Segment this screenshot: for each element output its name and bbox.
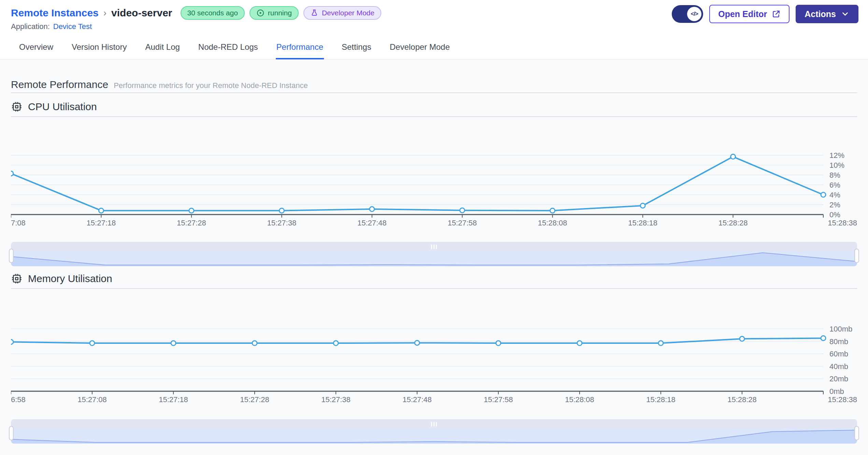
- x-axis: [11, 391, 823, 394]
- memory-brush-left-handle[interactable]: [9, 426, 14, 440]
- memory-chart: 0mb20mb40mb60mb80mb100mb6:5815:27:0815:2…: [11, 313, 857, 408]
- actions-label: Actions: [805, 9, 836, 19]
- svg-text:15:28:08: 15:28:08: [565, 395, 594, 404]
- svg-text:60mb: 60mb: [829, 350, 848, 358]
- tab-performance[interactable]: Performance: [276, 40, 324, 59]
- divider: [11, 288, 857, 289]
- svg-text:8%: 8%: [829, 171, 840, 179]
- svg-text:20mb: 20mb: [829, 375, 848, 383]
- x-axis-labels: 6:5815:27:0815:27:1815:27:2815:27:3815:2…: [11, 395, 857, 404]
- page-subtitle: Performance metrics for your Remote Node…: [114, 81, 308, 90]
- svg-text:15:27:28: 15:27:28: [177, 219, 206, 227]
- instance-performance-page: Remote Instances › video-server 30 secon…: [0, 0, 868, 455]
- application-label: Application:: [11, 22, 50, 31]
- svg-text:2%: 2%: [829, 201, 840, 209]
- tab-version-history[interactable]: Version History: [71, 40, 127, 59]
- cpu-brush-minichart[interactable]: [11, 251, 857, 266]
- cpu-range-navigator: [11, 242, 857, 266]
- svg-text:0%: 0%: [829, 210, 840, 219]
- svg-text:100mb: 100mb: [829, 325, 852, 333]
- tab-settings[interactable]: Settings: [341, 40, 372, 59]
- cpu-brush-right-handle[interactable]: [854, 249, 859, 263]
- developer-mode-label: Developer Mode: [322, 9, 374, 17]
- flask-icon: [310, 9, 318, 17]
- cpu-brush-drag-bar[interactable]: [11, 242, 857, 251]
- svg-text:4%: 4%: [829, 191, 840, 199]
- memory-section: Memory Utilisation 0mb20mb40mb60mb80mb10…: [11, 272, 857, 444]
- running-status-label: running: [268, 9, 292, 17]
- tab-audit-log[interactable]: Audit Log: [144, 40, 180, 59]
- code-icon: </>: [687, 7, 701, 21]
- svg-text:15:28:18: 15:28:18: [646, 395, 675, 404]
- y-axis-labels: 0mb20mb40mb60mb80mb100mb: [829, 325, 852, 396]
- performance-content: Remote Performance Performance metrics f…: [0, 60, 868, 455]
- cpu-section: CPU Utilisation 0%2%4%6%8%10%12%7:0815:2…: [11, 100, 857, 266]
- running-status-badge: running: [250, 6, 299, 20]
- x-axis: [11, 215, 823, 218]
- tabs: OverviewVersion HistoryAudit LogNode-RED…: [11, 40, 858, 59]
- page-heading: Remote Performance Performance metrics f…: [11, 60, 857, 92]
- svg-text:15:27:08: 15:27:08: [77, 395, 107, 404]
- svg-text:15:27:58: 15:27:58: [484, 395, 513, 404]
- svg-text:80mb: 80mb: [829, 337, 848, 346]
- svg-text:15:27:18: 15:27:18: [159, 395, 188, 404]
- cpu-chip-icon: [11, 101, 23, 113]
- svg-text:15:28:38: 15:28:38: [828, 395, 857, 404]
- brush-area-chart: [11, 251, 857, 266]
- svg-text:15:28:28: 15:28:28: [718, 219, 748, 227]
- header-actions: </> Open Editor Actions: [672, 5, 858, 23]
- gridlines: [11, 329, 823, 379]
- svg-text:15:27:58: 15:27:58: [447, 219, 477, 227]
- memory-section-title: Memory Utilisation: [28, 273, 112, 284]
- svg-text:15:28:38: 15:28:38: [828, 219, 857, 227]
- last-seen-label: 30 seconds ago: [187, 9, 238, 17]
- cpu-chart: 0%2%4%6%8%10%12%7:0815:27:1815:27:2815:2…: [11, 136, 857, 232]
- svg-text:7:08: 7:08: [11, 219, 26, 227]
- gridlines: [11, 155, 823, 205]
- x-axis-labels: 7:0815:27:1815:27:2815:27:3815:27:4815:2…: [11, 219, 857, 227]
- application-link[interactable]: Device Test: [53, 22, 92, 31]
- svg-text:0mb: 0mb: [829, 387, 844, 396]
- open-editor-button[interactable]: Open Editor: [709, 5, 789, 23]
- instance-name: video-server: [111, 7, 172, 19]
- data-points: [11, 154, 826, 213]
- svg-text:10%: 10%: [829, 161, 844, 170]
- svg-text:40mb: 40mb: [829, 362, 848, 371]
- svg-text:15:28:28: 15:28:28: [727, 395, 757, 404]
- last-seen-badge: 30 seconds ago: [181, 6, 245, 20]
- play-circle-icon: [256, 9, 265, 17]
- svg-text:15:27:48: 15:27:48: [357, 219, 387, 227]
- memory-brush-right-handle[interactable]: [854, 426, 859, 440]
- breadcrumb-remote-instances-link[interactable]: Remote Instances: [11, 7, 99, 19]
- svg-text:15:27:38: 15:27:38: [321, 395, 351, 404]
- memory-range-navigator: [11, 419, 857, 444]
- open-editor-label: Open Editor: [718, 9, 767, 19]
- svg-text:6:58: 6:58: [11, 395, 26, 404]
- instance-header: Remote Instances › video-server 30 secon…: [0, 0, 868, 60]
- cpu-brush-left-handle[interactable]: [9, 249, 14, 263]
- svg-text:15:27:48: 15:27:48: [402, 395, 432, 404]
- actions-button[interactable]: Actions: [796, 5, 858, 23]
- y-axis-labels: 0%2%4%6%8%10%12%: [829, 151, 844, 219]
- breadcrumb: Remote Instances › video-server: [11, 7, 172, 19]
- cpu-section-title: CPU Utilisation: [28, 101, 97, 113]
- tab-node-red-logs[interactable]: Node-RED Logs: [198, 40, 259, 59]
- grip-icon: [431, 245, 437, 249]
- tab-overview[interactable]: Overview: [18, 40, 54, 59]
- developer-mode-toggle[interactable]: </>: [672, 5, 703, 23]
- svg-text:15:28:08: 15:28:08: [538, 219, 567, 227]
- svg-text:15:27:18: 15:27:18: [87, 219, 116, 227]
- memory-brush-drag-bar[interactable]: [11, 420, 857, 428]
- svg-text:12%: 12%: [829, 151, 844, 160]
- developer-mode-badge: Developer Mode: [303, 6, 381, 20]
- chevron-down-icon: [841, 10, 850, 18]
- memory-brush-minichart[interactable]: [11, 428, 857, 444]
- svg-text:15:27:38: 15:27:38: [267, 219, 297, 227]
- status-badges: 30 seconds ago running Developer Mode: [181, 6, 381, 20]
- svg-text:6%: 6%: [829, 181, 840, 189]
- page-title: Remote Performance: [11, 79, 108, 90]
- tab-developer-mode[interactable]: Developer Mode: [389, 40, 451, 59]
- external-link-icon: [772, 10, 781, 18]
- svg-text:15:27:28: 15:27:28: [240, 395, 269, 404]
- divider: [11, 116, 857, 117]
